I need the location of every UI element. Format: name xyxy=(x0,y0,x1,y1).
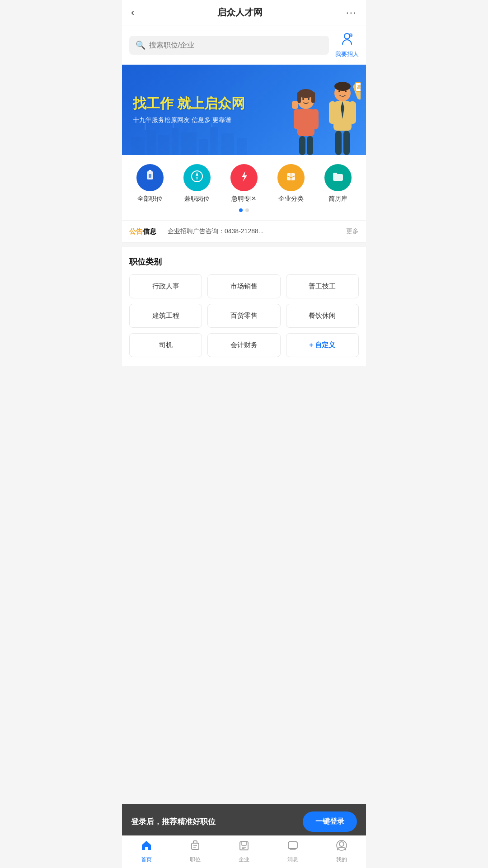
svg-rect-10 xyxy=(221,133,234,155)
category-icon-part-time xyxy=(183,164,211,191)
category-section: 全部职位 兼职岗位 急聘专区 企业分类 简历库 xyxy=(122,155,366,220)
page-title: 启众人才网 xyxy=(217,6,263,19)
category-item-part-time[interactable]: 兼职岗位 xyxy=(179,164,215,203)
recruit-label: 我要招人 xyxy=(335,50,359,58)
banner-text-area: 找工作 就上启众网 十九年服务松原网友 信息多 更靠谱 xyxy=(133,95,355,124)
svg-rect-20 xyxy=(307,136,313,155)
back-button[interactable]: ‹ xyxy=(131,7,134,19)
notice-tag-normal: 信息 xyxy=(143,227,156,235)
svg-rect-5 xyxy=(158,135,169,155)
category-icon-urgent xyxy=(230,164,258,191)
job-categories-section: 职位类别 行政人事市场销售普工技工建筑工程百货零售餐饮休闲司机会计财务+ 自定义 xyxy=(122,247,366,366)
notice-tag: 公告信息 xyxy=(129,227,156,236)
job-cat-item-0[interactable]: 行政人事 xyxy=(129,274,202,298)
recruit-button[interactable]: ? 我要招人 xyxy=(335,32,359,58)
category-label-urgent: 急聘专区 xyxy=(231,195,257,203)
category-item-resume[interactable]: 简历库 xyxy=(320,164,356,203)
search-input[interactable] xyxy=(149,41,323,49)
svg-marker-46 xyxy=(242,171,247,182)
search-icon: 🔍 xyxy=(136,40,145,50)
category-item-urgent[interactable]: 急聘专区 xyxy=(226,164,262,203)
carousel-dots xyxy=(127,203,361,216)
svg-marker-41 xyxy=(148,170,152,171)
svg-marker-45 xyxy=(196,176,198,181)
svg-rect-12 xyxy=(145,123,146,130)
category-icon-resume xyxy=(324,164,352,191)
search-section: 🔍 ? 我要招人 xyxy=(122,25,366,65)
header: ‹ 启众人才网 ··· xyxy=(122,0,366,25)
svg-rect-9 xyxy=(210,127,218,155)
banner: 找工作 就上启众网 十九年服务松原网友 信息多 更靠谱 xyxy=(122,65,366,155)
category-item-all-jobs[interactable]: 全部职位 xyxy=(132,164,168,203)
svg-point-0 xyxy=(344,33,350,39)
category-label-resume: 简历库 xyxy=(328,195,347,203)
svg-rect-4 xyxy=(147,130,156,155)
job-cat-item-5[interactable]: 餐饮休闲 xyxy=(286,304,359,328)
search-box[interactable]: 🔍 xyxy=(129,36,329,55)
more-button[interactable]: ··· xyxy=(346,7,357,19)
section-title: 职位类别 xyxy=(129,256,359,267)
svg-rect-32 xyxy=(343,131,350,155)
job-cat-item-4[interactable]: 百货零售 xyxy=(207,304,280,328)
job-cat-item-8[interactable]: + 自定义 xyxy=(286,333,359,357)
svg-rect-31 xyxy=(335,131,342,155)
category-row: 全部职位 兼职岗位 急聘专区 企业分类 简历库 xyxy=(127,164,361,203)
notice-bar: 公告信息 企业招聘广告咨询：0438-21288... 更多 xyxy=(122,220,366,243)
category-icon-all-jobs xyxy=(136,164,164,191)
dot-2 xyxy=(245,208,249,212)
notice-more-button[interactable]: 更多 xyxy=(346,227,359,236)
svg-text:高薪: 高薪 xyxy=(357,85,361,90)
job-category-grid: 行政人事市场销售普工技工建筑工程百货零售餐饮休闲司机会计财务+ 自定义 xyxy=(129,274,359,357)
dot-1 xyxy=(239,208,243,212)
svg-text:?: ? xyxy=(350,34,352,37)
svg-rect-11 xyxy=(237,138,247,155)
job-cat-item-7[interactable]: 会计财务 xyxy=(207,333,280,357)
category-icon-enterprise xyxy=(277,164,305,191)
category-label-enterprise: 企业分类 xyxy=(278,195,304,203)
job-cat-item-1[interactable]: 市场销售 xyxy=(207,274,280,298)
notice-divider xyxy=(162,227,162,236)
job-cat-item-3[interactable]: 建筑工程 xyxy=(129,304,202,328)
notice-text: 企业招聘广告咨询：0438-21288... xyxy=(168,227,341,236)
svg-rect-8 xyxy=(199,139,208,155)
svg-marker-44 xyxy=(196,172,198,176)
svg-rect-3 xyxy=(131,137,145,155)
recruit-icon: ? xyxy=(340,32,354,49)
svg-rect-42 xyxy=(149,174,151,178)
banner-sub-text: 十九年服务松原网友 信息多 更靠谱 xyxy=(133,116,355,124)
banner-main-text: 找工作 就上启众网 xyxy=(133,95,355,112)
category-item-enterprise[interactable]: 企业分类 xyxy=(273,164,309,203)
notice-tag-highlight: 公告 xyxy=(129,227,143,235)
job-cat-item-2[interactable]: 普工技工 xyxy=(286,274,359,298)
category-label-all-jobs: 全部职位 xyxy=(137,195,163,203)
category-label-part-time: 兼职岗位 xyxy=(184,195,210,203)
svg-rect-19 xyxy=(299,136,305,155)
svg-point-33 xyxy=(338,90,340,92)
svg-point-35 xyxy=(334,82,351,91)
job-cat-item-6[interactable]: 司机 xyxy=(129,333,202,357)
svg-rect-6 xyxy=(172,128,178,155)
svg-rect-7 xyxy=(181,132,197,155)
svg-point-34 xyxy=(345,90,347,92)
